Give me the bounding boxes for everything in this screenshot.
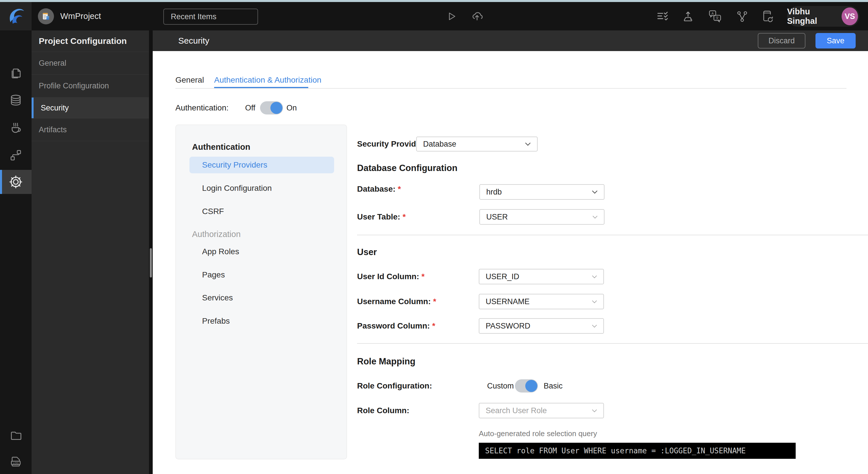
rail-logs-button[interactable]: LOG (0, 450, 32, 474)
svg-text:A: A (712, 11, 714, 15)
role-configuration-label: Role Configuration: (357, 380, 432, 392)
required-asterisk: * (398, 185, 401, 193)
rail-files-button[interactable] (0, 423, 32, 447)
role-column-label: Role Column: (357, 405, 409, 417)
cloud-upload-icon (471, 11, 484, 22)
nav-item-login-configuration[interactable]: Login Configuration (202, 182, 272, 194)
run-button[interactable] (444, 2, 459, 30)
user-table-label: User Table:* (357, 211, 406, 223)
sidebar-item-artifacts[interactable]: Artifacts (32, 118, 149, 141)
sidebar-scrollbar (149, 30, 153, 474)
wavemaker-logo[interactable] (0, 2, 32, 30)
deploy-button[interactable] (681, 2, 695, 30)
required-asterisk: * (432, 321, 435, 330)
checklist-button[interactable] (656, 2, 670, 30)
localization-button[interactable]: A 文 (708, 2, 722, 30)
git-branch-icon (736, 10, 748, 22)
discard-button[interactable]: Discard (758, 33, 805, 49)
tab-authentication-authorization[interactable]: Authentication & Authorization (214, 74, 321, 86)
required-asterisk: * (402, 212, 406, 221)
preview-button[interactable] (469, 2, 485, 30)
section-divider (357, 343, 868, 344)
deploy-icon (682, 10, 694, 22)
database-label: Database:* (357, 183, 401, 195)
device-sync-button[interactable] (761, 2, 775, 30)
rail-settings-button[interactable] (0, 170, 32, 194)
user-section-title: User (357, 247, 377, 258)
content-header: Security Discard Save (153, 30, 868, 51)
toggle-off-label: Off (245, 102, 255, 114)
nav-item-services[interactable]: Services (202, 292, 233, 304)
rail-java-services-button[interactable] (0, 116, 32, 140)
username-column-select[interactable]: USERNAME (479, 294, 604, 309)
section-divider (357, 235, 868, 235)
toggle-knob (270, 102, 282, 114)
folder-icon (9, 428, 22, 441)
chevron-down-icon (592, 275, 597, 278)
chevron-down-icon (592, 409, 597, 412)
database-select[interactable]: hrdb (479, 184, 604, 200)
user-menu[interactable]: Vibhu Singhal VS (787, 6, 859, 27)
sidebar-item-general[interactable]: General (32, 52, 149, 74)
sidebar-scrollbar-thumb[interactable] (150, 248, 152, 278)
user-id-column-select[interactable]: USER_ID (479, 269, 604, 284)
authentication-toggle-label: Authentication: (175, 102, 228, 114)
security-nav-panel: Authentication Security Providers Login … (175, 125, 347, 460)
mobile-sync-icon (762, 10, 774, 23)
authorization-section-title: Authorization (192, 229, 241, 239)
chevron-down-icon (592, 324, 597, 328)
chevron-down-icon (592, 190, 598, 194)
sidebar-item-profile-configuration[interactable]: Profile Configuration (32, 74, 149, 97)
tab-general[interactable]: General (175, 74, 204, 86)
log-file-icon: LOG (9, 455, 22, 469)
pages-icon (9, 67, 22, 80)
tab-baseline (175, 88, 846, 89)
page-title: Security (178, 30, 209, 51)
password-column-select[interactable]: PASSWORD (479, 318, 604, 334)
security-provider-label: Security Provider (357, 138, 424, 150)
project-icon (41, 11, 51, 21)
nav-item-app-roles[interactable]: App Roles (202, 246, 239, 258)
role-configuration-toggle[interactable] (515, 379, 538, 392)
nav-item-prefabs[interactable]: Prefabs (202, 315, 230, 327)
sidebar-title: Project Configuration (39, 30, 127, 52)
svg-text:LOG: LOG (13, 462, 19, 465)
recent-items-dropdown[interactable]: Recent Items (163, 9, 258, 25)
save-button[interactable]: Save (815, 33, 856, 49)
role-column-select[interactable]: Search User Role (479, 403, 604, 418)
sidebar-item-security[interactable]: Security (32, 97, 149, 118)
java-coffee-icon (9, 121, 22, 134)
role-selection-query: SELECT role FROM User WHERE username = :… (479, 443, 796, 459)
rail-pages-button[interactable] (0, 61, 32, 86)
authentication-section-title: Authentication (192, 142, 250, 152)
rail-apis-button[interactable] (0, 143, 32, 167)
role-toggle-custom-label: Custom (487, 380, 514, 392)
role-toggle-basic-label: Basic (544, 380, 563, 392)
project-badge[interactable] (38, 8, 54, 24)
rail-database-button[interactable] (0, 88, 32, 112)
chevron-down-icon (592, 300, 597, 303)
chevron-down-icon (592, 216, 598, 219)
project-name: WmProject (60, 2, 101, 30)
database-configuration-title: Database Configuration (357, 163, 458, 173)
password-column-label: Password Column:* (357, 320, 435, 332)
authentication-toggle[interactable] (260, 101, 283, 115)
translate-icon: A 文 (709, 10, 721, 23)
play-icon (446, 11, 456, 21)
nav-item-pages[interactable]: Pages (202, 269, 225, 281)
vcs-button[interactable] (735, 2, 749, 30)
toggle-on-label: On (286, 102, 297, 114)
nav-item-security-providers[interactable]: Security Providers (189, 157, 334, 173)
user-id-column-label: User Id Column:* (357, 271, 425, 283)
user-table-select[interactable]: USER (479, 209, 604, 225)
security-provider-select[interactable]: Database (416, 136, 538, 152)
avatar: VS (842, 7, 858, 25)
required-asterisk: * (433, 297, 436, 306)
gear-icon (9, 175, 23, 189)
user-name: Vibhu Singhal (787, 7, 838, 26)
nav-item-csrf[interactable]: CSRF (202, 206, 224, 218)
checklist-icon (657, 10, 669, 22)
browser-edge-strip (0, 0, 868, 2)
main-content: Security Discard Save General Authentica… (153, 30, 868, 474)
wave-logo-icon (6, 7, 25, 26)
